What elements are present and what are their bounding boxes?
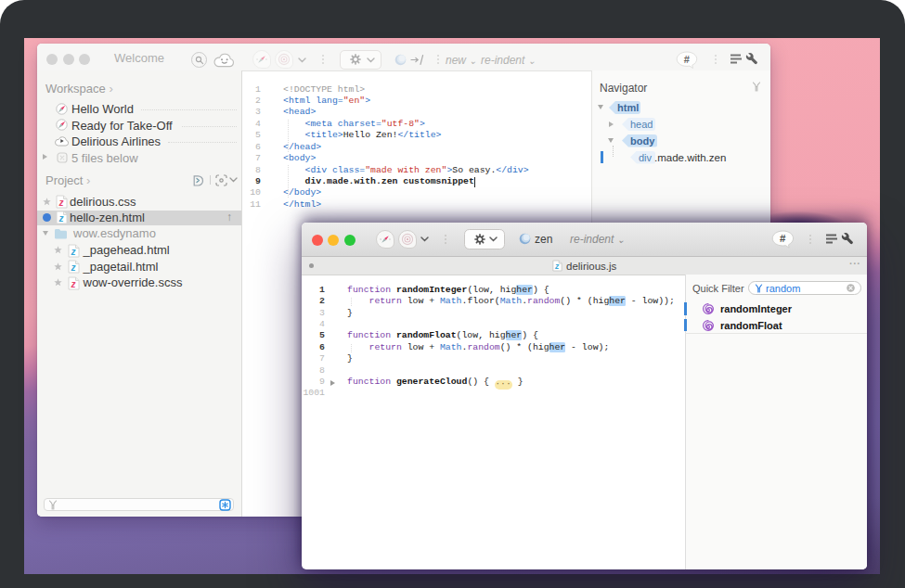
svg-text:z: z (58, 213, 63, 224)
svg-text:#: # (684, 53, 690, 64)
svg-text:z: z (554, 262, 560, 271)
svg-text:z: z (71, 262, 76, 273)
svg-text:#: # (780, 233, 786, 244)
svg-text:z: z (71, 246, 76, 256)
svg-text:z: z (71, 278, 76, 288)
svg-text:z: z (58, 197, 63, 207)
